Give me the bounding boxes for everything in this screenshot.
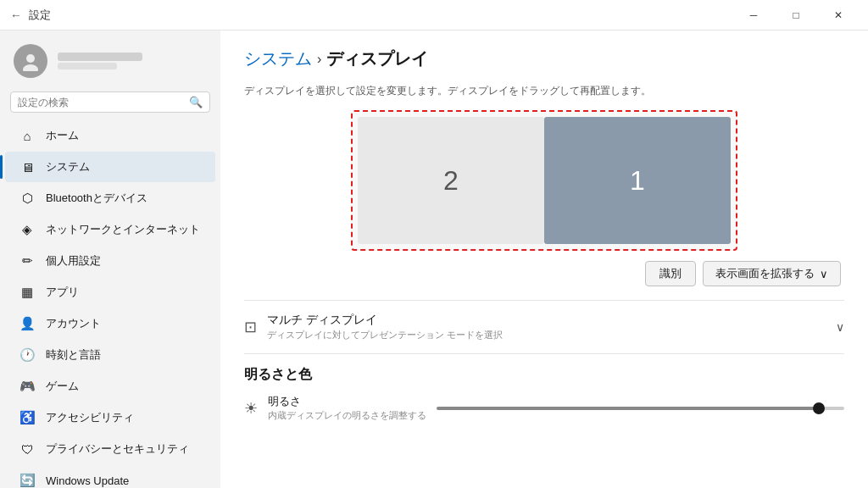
close-button[interactable]: ✕ xyxy=(819,3,858,27)
page-header: システム › ディスプレイ xyxy=(244,47,844,70)
minimize-button[interactable]: ─ xyxy=(734,3,773,27)
main-content: システム › ディスプレイ ディスプレイを選択して設定を変更します。ディスプレイ… xyxy=(220,30,868,488)
display-description: ディスプレイを選択して設定を変更します。ディスプレイをドラッグして再配置します。 xyxy=(244,84,844,98)
multi-display-left: ⊡ マルチ ディスプレイ ディスプレイに対してプレゼンテーション モードを選択 xyxy=(244,313,503,341)
system-icon: 🖥 xyxy=(19,158,36,175)
sidebar-item-home[interactable]: ⌂ ホーム xyxy=(5,120,215,151)
multi-display-icon: ⊡ xyxy=(244,318,257,336)
apps-icon: ▦ xyxy=(19,284,36,301)
maximize-button[interactable]: □ xyxy=(776,3,815,27)
sidebar-item-label: Bluetoothとデバイス xyxy=(46,191,147,206)
sidebar-item-network[interactable]: ◈ ネットワークとインターネット xyxy=(5,214,215,245)
multi-display-title: マルチ ディスプレイ xyxy=(267,313,503,328)
title-bar: ← 設定 ─ □ ✕ xyxy=(0,0,868,30)
breadcrumb-separator: › xyxy=(317,52,321,67)
sidebar-item-label: ホーム xyxy=(46,128,79,143)
brightness-label-area: 明るさ 内蔵ディスプレイの明るさを調整する xyxy=(268,394,426,422)
identify-button[interactable]: 識別 xyxy=(645,261,696,286)
privacy-icon: 🛡 xyxy=(19,441,36,458)
app-container: 🔍 ⌂ ホーム 🖥 システム ⬡ Bluetoothとデバイス ◈ ネットワーク… xyxy=(0,30,868,488)
sidebar-item-apps[interactable]: ▦ アプリ xyxy=(5,277,215,308)
brightness-slider[interactable] xyxy=(437,407,844,410)
user-name-placeholder xyxy=(58,53,142,61)
svg-point-0 xyxy=(26,54,35,63)
windows-update-icon: 🔄 xyxy=(19,472,36,488)
bluetooth-icon: ⬡ xyxy=(19,190,36,207)
search-input[interactable] xyxy=(18,97,184,108)
sidebar-item-gaming[interactable]: 🎮 ゲーム xyxy=(5,371,215,402)
display-monitors[interactable]: 2 1 xyxy=(351,110,737,251)
sidebar-item-label: 個人用設定 xyxy=(46,253,101,269)
sidebar: 🔍 ⌂ ホーム 🖥 システム ⬡ Bluetoothとデバイス ◈ ネットワーク… xyxy=(0,30,220,488)
back-button[interactable]: ← xyxy=(10,8,22,22)
sidebar-item-label: アクセシビリティ xyxy=(46,410,134,425)
brightness-slider-container[interactable] xyxy=(437,407,844,410)
user-info xyxy=(58,53,142,69)
display-actions-row: 識別 表示画面を拡張する ∨ xyxy=(244,261,844,286)
multi-display-subtitle: ディスプレイに対してプレゼンテーション モードを選択 xyxy=(267,329,503,341)
sidebar-item-label: Windows Update xyxy=(46,474,129,487)
brightness-icon: ☀ xyxy=(244,399,258,418)
sidebar-item-label: 時刻と言語 xyxy=(46,347,101,363)
extend-button[interactable]: 表示画面を拡張する ∨ xyxy=(703,261,841,286)
monitor-1[interactable]: 1 xyxy=(544,117,731,244)
multi-display-info: マルチ ディスプレイ ディスプレイに対してプレゼンテーション モードを選択 xyxy=(267,313,503,341)
search-icon: 🔍 xyxy=(189,96,203,108)
svg-point-1 xyxy=(23,64,38,71)
sidebar-item-label: システム xyxy=(46,159,90,175)
brightness-label: 明るさ xyxy=(268,394,426,409)
multi-display-chevron-icon: ∨ xyxy=(836,320,844,334)
personalization-icon: ✏ xyxy=(19,252,36,269)
search-bar[interactable]: 🔍 xyxy=(10,92,210,113)
sidebar-item-label: ネットワークとインターネット xyxy=(46,222,200,237)
breadcrumb-parent[interactable]: システム xyxy=(244,47,312,70)
sidebar-item-label: ゲーム xyxy=(46,379,79,394)
display-preview-container: 2 1 識別 表示画面を拡張する ∨ xyxy=(244,110,844,290)
sidebar-item-label: プライバシーとセキュリティ xyxy=(46,441,189,457)
sidebar-item-accessibility[interactable]: ♿ アクセシビリティ xyxy=(5,402,215,433)
brightness-row: ☀ 明るさ 内蔵ディスプレイの明るさを調整する xyxy=(244,394,844,422)
extend-label: 表示画面を拡張する xyxy=(715,266,815,281)
accounts-icon: 👤 xyxy=(19,315,36,332)
home-icon: ⌂ xyxy=(19,127,36,144)
sidebar-item-bluetooth[interactable]: ⬡ Bluetoothとデバイス xyxy=(5,183,215,214)
app-title: 設定 xyxy=(29,8,51,23)
brightness-section: 明るさと色 ☀ 明るさ 内蔵ディスプレイの明るさを調整する xyxy=(244,353,844,422)
navigation: ⌂ ホーム 🖥 システム ⬡ Bluetoothとデバイス ◈ ネットワークとイ… xyxy=(0,119,220,488)
extend-chevron-icon: ∨ xyxy=(820,268,828,280)
sidebar-item-label: アプリ xyxy=(46,285,79,300)
brightness-sublabel: 内蔵ディスプレイの明るさを調整する xyxy=(268,409,426,422)
title-bar-controls: ─ □ ✕ xyxy=(734,3,858,27)
sidebar-item-accounts[interactable]: 👤 アカウント xyxy=(5,308,215,339)
monitor-2[interactable]: 2 xyxy=(358,117,544,244)
user-sub-placeholder xyxy=(58,63,117,69)
sidebar-item-system[interactable]: 🖥 システム xyxy=(5,152,215,182)
avatar xyxy=(14,44,47,78)
accessibility-icon: ♿ xyxy=(19,409,36,426)
time-icon: 🕐 xyxy=(19,347,36,363)
sidebar-item-personalization[interactable]: ✏ 個人用設定 xyxy=(5,246,215,276)
multi-display-section[interactable]: ⊡ マルチ ディスプレイ ディスプレイに対してプレゼンテーション モードを選択 … xyxy=(244,300,844,353)
sidebar-item-privacy[interactable]: 🛡 プライバシーとセキュリティ xyxy=(5,434,215,464)
network-icon: ◈ xyxy=(19,221,36,238)
title-bar-left: ← 設定 xyxy=(10,8,51,23)
sidebar-item-time[interactable]: 🕐 時刻と言語 xyxy=(5,340,215,370)
brightness-section-title: 明るさと色 xyxy=(244,366,844,384)
sidebar-item-windows-update[interactable]: 🔄 Windows Update xyxy=(5,465,215,488)
gaming-icon: 🎮 xyxy=(19,378,36,395)
sidebar-item-label: アカウント xyxy=(46,316,101,331)
breadcrumb-current: ディスプレイ xyxy=(326,47,428,70)
user-profile[interactable] xyxy=(0,30,220,88)
